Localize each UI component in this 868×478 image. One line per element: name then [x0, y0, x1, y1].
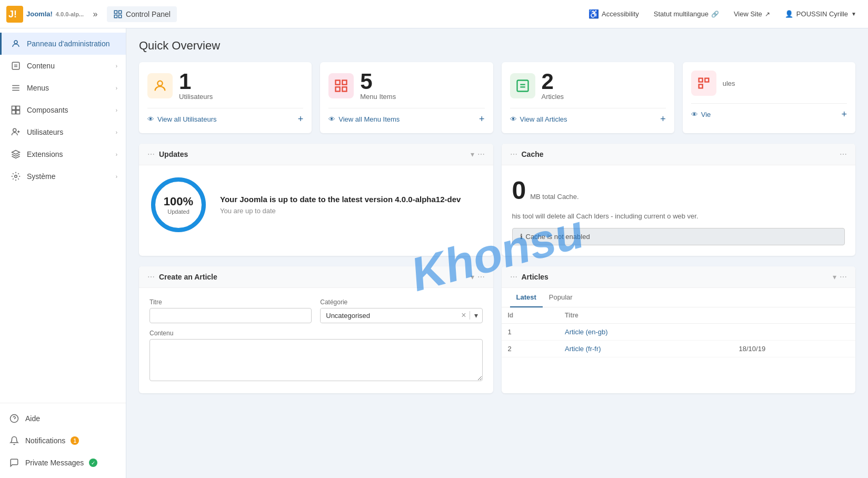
more-options-button[interactable]: ⋯ [477, 273, 485, 281]
row-date [733, 323, 855, 340]
tab-popular[interactable]: Popular [543, 288, 579, 307]
contenu-label: Contenu [149, 330, 483, 337]
sidebar-item-extensions[interactable]: Extensions › [0, 143, 126, 165]
notifications-label: Notifications [25, 436, 65, 445]
eye-icon: 👁 [147, 115, 154, 123]
articles-panel-title: Articles [522, 273, 829, 281]
more-options-button[interactable]: ⋯ [840, 273, 847, 281]
collapse-button[interactable]: ▾ [833, 273, 836, 281]
utilisateurs-count: 1 [179, 71, 213, 93]
modules-label: ules [723, 79, 735, 87]
add-article-button[interactable]: + [660, 114, 666, 125]
more-options-button[interactable]: ⋯ [477, 150, 485, 158]
user-menu[interactable]: 👤 POUSSIN Cyrille ▼ [780, 7, 862, 21]
create-article-title: Create an Article [159, 273, 466, 281]
tab-latest[interactable]: Latest [510, 288, 543, 307]
notifications-badge: 1 [71, 436, 79, 445]
svg-rect-26 [517, 80, 528, 91]
panels-row-updates-cache: ⋯ Updates ▾ ⋯ [139, 144, 855, 256]
progress-ring: 100% Updated [149, 176, 207, 234]
categorie-label: Catégorie [320, 298, 482, 306]
titre-label: Titre [149, 298, 312, 306]
card-menu-items: 5 Menu Items 👁 View all Menu Items + [320, 62, 493, 133]
sidebar-item-composants[interactable]: Composants › [0, 99, 126, 121]
categorie-input[interactable] [321, 308, 458, 323]
drag-handle-icon: ⋯ [510, 150, 517, 158]
svg-rect-5 [119, 15, 122, 17]
control-panel-label: Control Panel [107, 6, 177, 22]
sidebar-item-aide[interactable]: Aide [0, 407, 126, 430]
cache-unit: MB total Cache. [530, 193, 579, 201]
sidebar-item-contenu[interactable]: Contenu › [0, 55, 126, 77]
card-utilisateurs-footer[interactable]: 👁 View all Utilisateurs + [147, 108, 303, 125]
viewsite-link[interactable]: View Site ↗ [729, 7, 775, 21]
categorie-field: Catégorie × ▾ [320, 298, 482, 323]
updates-panel: ⋯ Updates ▾ ⋯ [139, 144, 493, 256]
expand-sidebar-button[interactable]: » [88, 7, 103, 22]
article-link[interactable]: Article (fr-fr) [565, 345, 601, 353]
bell-icon [8, 435, 20, 446]
add-utilisateur-button[interactable]: + [298, 114, 304, 125]
articles-table-wrapper: Id Titre 1 Article (en-gb) [502, 307, 856, 357]
articles-panel: ⋯ Articles ▾ ⋯ Latest Popular Id [502, 266, 856, 393]
panel-controls: ▾ ⋯ [471, 273, 485, 281]
menu-items-label: Menu Items [360, 93, 396, 101]
svg-text:J!: J! [8, 9, 17, 19]
cache-not-enabled-button[interactable]: ℹ Cache is not enabled [512, 228, 845, 245]
card-articles: 2 Articles 👁 View all Articles + [502, 62, 674, 133]
drag-handle-icon: ⋯ [510, 273, 517, 281]
more-options-button[interactable]: ⋯ [840, 150, 847, 158]
panel-controls: ▾ ⋯ [471, 150, 485, 158]
updates-content: 100% Updated Your Joomla is up to date t… [149, 176, 483, 234]
overview-cards: 1 Utilisateurs 👁 View all Utilisateurs + [139, 62, 855, 133]
updates-panel-header: ⋯ Updates ▾ ⋯ [139, 144, 493, 165]
cache-content: 0 MB total Cache. his tool will delete a… [512, 176, 845, 245]
sidebar-item-systeme[interactable]: Système › [0, 165, 126, 187]
contenu-textarea[interactable] [149, 339, 483, 381]
sidebar-item-menus[interactable]: Menus › [0, 77, 126, 99]
menu-items-count: 5 [360, 71, 396, 93]
sidebar-item-label: Système [27, 172, 111, 181]
sidebar-item-utilisateurs[interactable]: Utilisateurs › [0, 121, 126, 143]
view-all-utilisateurs: View all Utilisateurs [157, 115, 216, 123]
sidebar-item-notifications[interactable]: Notifications 1 [0, 430, 126, 452]
contenu-icon [10, 60, 22, 72]
accessibility-link[interactable]: ♿ Accessibility [583, 6, 644, 22]
col-titre-header: Titre [558, 307, 733, 324]
eye-icon: 👁 [510, 115, 517, 123]
clear-button[interactable]: × [458, 311, 469, 320]
sidebar-item-label: Composants [27, 106, 111, 114]
titre-field: Titre [149, 298, 312, 323]
updates-heading: Your Joomla is up to date to the latest … [220, 195, 461, 204]
user-icon: 👤 [785, 10, 793, 18]
collapse-button[interactable]: ▾ [471, 273, 474, 281]
collapse-button[interactable]: ▾ [471, 150, 474, 158]
contenu-field: Contenu [149, 330, 483, 383]
svg-point-21 [157, 81, 162, 85]
card-articles-footer[interactable]: 👁 View all Articles + [510, 108, 666, 125]
view-all-modules: Vie [701, 111, 711, 118]
private-messages-label: Private Messages [25, 459, 84, 467]
chevron-right-icon: › [116, 107, 117, 113]
updates-panel-body: 100% Updated Your Joomla is up to date t… [139, 165, 493, 244]
titre-input[interactable] [149, 308, 312, 323]
create-article-header: ⋯ Create an Article ▾ ⋯ [139, 266, 493, 288]
logo: J! Joomla! 4.0.0-alp... [6, 6, 84, 23]
sidebar-item-panneau[interactable]: Panneau d'administration [0, 33, 126, 55]
card-modules-footer[interactable]: 👁 Vie + [691, 103, 847, 120]
row-id: 2 [502, 340, 558, 357]
article-link[interactable]: Article (en-gb) [565, 328, 608, 336]
svg-rect-14 [16, 106, 20, 110]
topbar: J! Joomla! 4.0.0-alp... » Control Panel … [0, 0, 868, 28]
create-article-panel: ⋯ Create an Article ▾ ⋯ Titre Cat [139, 266, 493, 393]
multilang-link[interactable]: Statut multilangue 🔗 [648, 7, 724, 21]
add-menu-item-button[interactable]: + [479, 114, 485, 125]
utilisateurs-card-icon [147, 73, 173, 98]
card-menu-items-footer[interactable]: 👁 View all Menu Items + [328, 108, 484, 125]
add-module-button[interactable]: + [841, 109, 847, 120]
progress-subtext: Updated [164, 208, 193, 215]
svg-rect-13 [12, 106, 16, 110]
sidebar-item-private-messages[interactable]: Private Messages ✓ [0, 452, 126, 474]
dropdown-button[interactable]: ▾ [470, 311, 482, 320]
updates-info: Your Joomla is up to date to the latest … [220, 195, 461, 215]
